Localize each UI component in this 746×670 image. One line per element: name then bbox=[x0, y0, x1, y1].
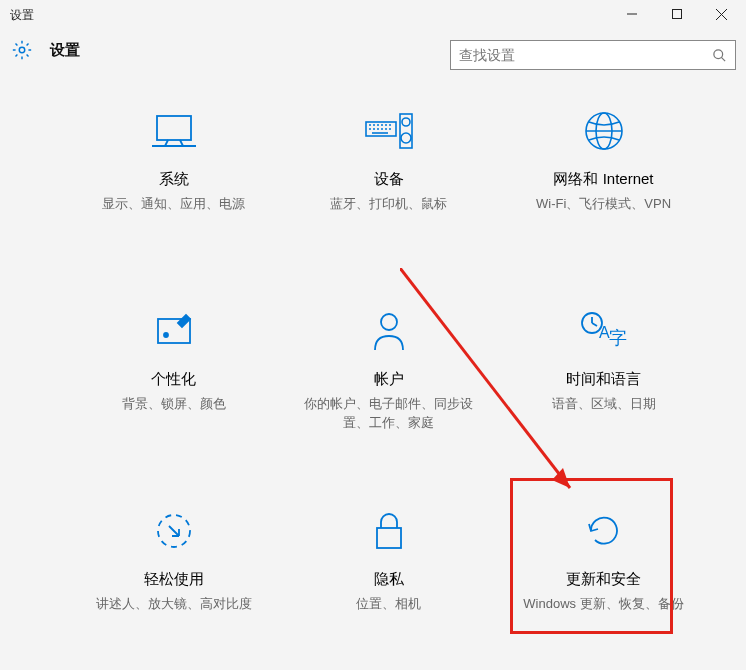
item-title: 网络和 Internet bbox=[553, 170, 653, 189]
svg-point-27 bbox=[401, 133, 411, 143]
personalization-icon bbox=[150, 306, 198, 356]
item-system[interactable]: 系统 显示、通知、应用、电源 bbox=[66, 88, 281, 288]
item-desc: 语音、区域、日期 bbox=[552, 395, 656, 414]
svg-text:字: 字 bbox=[609, 328, 627, 348]
item-title: 隐私 bbox=[374, 570, 404, 589]
item-title: 时间和语言 bbox=[566, 370, 641, 389]
ease-icon bbox=[153, 506, 195, 556]
svg-point-32 bbox=[164, 333, 168, 337]
devices-icon bbox=[364, 106, 414, 156]
svg-point-4 bbox=[19, 47, 25, 53]
system-icon bbox=[150, 106, 198, 156]
update-icon bbox=[583, 506, 625, 556]
item-desc: 背景、锁屏、颜色 bbox=[122, 395, 226, 414]
svg-point-5 bbox=[714, 49, 723, 58]
lock-icon bbox=[371, 506, 407, 556]
close-button[interactable] bbox=[699, 0, 744, 28]
item-ease-of-access[interactable]: 轻松使用 讲述人、放大镜、高对比度 bbox=[66, 488, 281, 670]
item-title: 个性化 bbox=[151, 370, 196, 389]
item-desc: Wi-Fi、飞行模式、VPN bbox=[536, 195, 671, 214]
language-icon: A 字 bbox=[579, 306, 629, 356]
svg-point-33 bbox=[381, 314, 397, 330]
item-privacy[interactable]: 隐私 位置、相机 bbox=[281, 488, 496, 670]
gear-icon bbox=[10, 38, 34, 62]
item-desc: 显示、通知、应用、电源 bbox=[102, 195, 245, 214]
item-title: 更新和安全 bbox=[566, 570, 641, 589]
item-title: 轻松使用 bbox=[144, 570, 204, 589]
svg-line-36 bbox=[592, 323, 597, 326]
search-box[interactable] bbox=[450, 40, 736, 70]
minimize-button[interactable] bbox=[609, 0, 654, 28]
settings-grid: 系统 显示、通知、应用、电源 设备 蓝牙、打印机、鼠标 网络和 Internet… bbox=[0, 80, 746, 670]
window-controls bbox=[609, 0, 744, 28]
item-title: 设备 bbox=[374, 170, 404, 189]
header-title: 设置 bbox=[50, 41, 80, 60]
svg-rect-1 bbox=[672, 10, 681, 19]
person-icon bbox=[369, 306, 409, 356]
item-accounts[interactable]: 帐户 你的帐户、电子邮件、同步设置、工作、家庭 bbox=[281, 288, 496, 488]
item-desc: 位置、相机 bbox=[356, 595, 421, 614]
item-network[interactable]: 网络和 Internet Wi-Fi、飞行模式、VPN bbox=[496, 88, 711, 288]
item-title: 帐户 bbox=[374, 370, 404, 389]
search-icon bbox=[712, 48, 727, 63]
globe-icon bbox=[583, 106, 625, 156]
window-title: 设置 bbox=[10, 7, 34, 24]
item-desc: 蓝牙、打印机、鼠标 bbox=[330, 195, 447, 214]
svg-rect-40 bbox=[377, 528, 401, 548]
item-desc: 讲述人、放大镜、高对比度 bbox=[96, 595, 252, 614]
item-time-language[interactable]: A 字 时间和语言 语音、区域、日期 bbox=[496, 288, 711, 488]
item-personalization[interactable]: 个性化 背景、锁屏、颜色 bbox=[66, 288, 281, 488]
item-update-security[interactable]: 更新和安全 Windows 更新、恢复、备份 bbox=[496, 488, 711, 670]
svg-line-6 bbox=[721, 57, 725, 61]
item-desc: Windows 更新、恢复、备份 bbox=[523, 595, 683, 614]
svg-point-26 bbox=[402, 118, 410, 126]
item-desc: 你的帐户、电子邮件、同步设置、工作、家庭 bbox=[299, 395, 479, 433]
svg-rect-7 bbox=[157, 116, 191, 140]
item-title: 系统 bbox=[159, 170, 189, 189]
item-devices[interactable]: 设备 蓝牙、打印机、鼠标 bbox=[281, 88, 496, 288]
maximize-button[interactable] bbox=[654, 0, 699, 28]
search-input[interactable] bbox=[459, 47, 712, 63]
